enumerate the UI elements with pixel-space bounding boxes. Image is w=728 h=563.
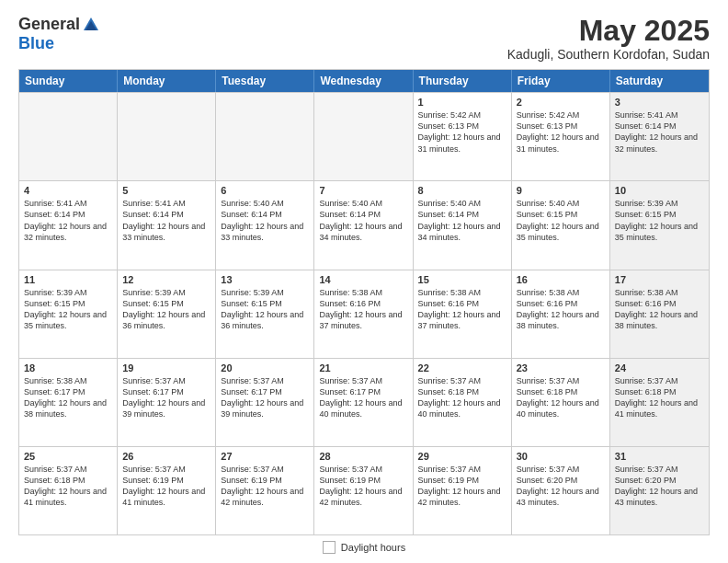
- calendar-cell: [314, 93, 413, 180]
- cell-info: Sunrise: 5:40 AMSunset: 6:14 PMDaylight:…: [418, 198, 506, 243]
- day-number: 27: [221, 451, 309, 462]
- cell-info: Sunrise: 5:38 AMSunset: 6:17 PMDaylight:…: [24, 375, 112, 420]
- calendar-cell: 26Sunrise: 5:37 AMSunset: 6:19 PMDayligh…: [118, 447, 216, 534]
- day-number: 14: [319, 274, 407, 285]
- day-number: 24: [615, 362, 704, 373]
- cell-info: Sunrise: 5:40 AMSunset: 6:14 PMDaylight:…: [319, 198, 407, 243]
- calendar-cell: 2Sunrise: 5:42 AMSunset: 6:13 PMDaylight…: [512, 93, 610, 180]
- calendar: SundayMondayTuesdayWednesdayThursdayFrid…: [18, 69, 710, 535]
- day-number: 5: [122, 185, 210, 196]
- legend-box: [323, 541, 336, 554]
- page: General Blue May 2025 Kadugli, Southern …: [0, 0, 728, 563]
- day-number: 3: [615, 97, 704, 108]
- cal-header-day: Sunday: [19, 70, 118, 92]
- day-number: 17: [615, 274, 704, 285]
- title-block: May 2025 Kadugli, Southern Kordofan, Sud…: [507, 15, 710, 62]
- day-number: 18: [24, 362, 112, 373]
- calendar-cell: 15Sunrise: 5:38 AMSunset: 6:16 PMDayligh…: [414, 270, 512, 358]
- calendar-week-row: 18Sunrise: 5:38 AMSunset: 6:17 PMDayligh…: [19, 358, 709, 446]
- cell-info: Sunrise: 5:37 AMSunset: 6:20 PMDaylight:…: [615, 464, 704, 509]
- day-number: 31: [615, 451, 704, 462]
- cell-info: Sunrise: 5:38 AMSunset: 6:16 PMDaylight:…: [319, 287, 407, 332]
- calendar-cell: 28Sunrise: 5:37 AMSunset: 6:19 PMDayligh…: [314, 447, 413, 534]
- calendar-cell: 12Sunrise: 5:39 AMSunset: 6:15 PMDayligh…: [118, 270, 216, 358]
- calendar-cell: 3Sunrise: 5:41 AMSunset: 6:14 PMDaylight…: [610, 93, 709, 180]
- cal-header-day: Tuesday: [216, 70, 314, 92]
- cell-info: Sunrise: 5:41 AMSunset: 6:14 PMDaylight:…: [615, 109, 704, 155]
- calendar-cell: 30Sunrise: 5:37 AMSunset: 6:20 PMDayligh…: [512, 447, 610, 534]
- calendar-cell: 1Sunrise: 5:42 AMSunset: 6:13 PMDaylight…: [414, 93, 512, 180]
- day-number: 7: [319, 185, 407, 196]
- calendar-cell: 22Sunrise: 5:37 AMSunset: 6:18 PMDayligh…: [414, 359, 512, 446]
- calendar-cell: 19Sunrise: 5:37 AMSunset: 6:17 PMDayligh…: [118, 359, 216, 446]
- day-number: 4: [24, 185, 112, 196]
- calendar-week-row: 25Sunrise: 5:37 AMSunset: 6:18 PMDayligh…: [19, 446, 709, 534]
- calendar-cell: 14Sunrise: 5:38 AMSunset: 6:16 PMDayligh…: [314, 270, 413, 358]
- day-number: 16: [517, 274, 605, 285]
- cell-info: Sunrise: 5:37 AMSunset: 6:18 PMDaylight:…: [418, 375, 506, 420]
- logo-general-text: General: [18, 15, 80, 34]
- cal-header-day: Thursday: [414, 70, 512, 92]
- calendar-header: SundayMondayTuesdayWednesdayThursdayFrid…: [19, 70, 709, 92]
- calendar-cell: 11Sunrise: 5:39 AMSunset: 6:15 PMDayligh…: [19, 270, 118, 358]
- calendar-cell: 25Sunrise: 5:37 AMSunset: 6:18 PMDayligh…: [19, 447, 118, 534]
- cell-info: Sunrise: 5:37 AMSunset: 6:18 PMDaylight:…: [615, 375, 704, 420]
- calendar-cell: 23Sunrise: 5:37 AMSunset: 6:18 PMDayligh…: [512, 359, 610, 446]
- cell-info: Sunrise: 5:37 AMSunset: 6:17 PMDaylight:…: [319, 375, 407, 420]
- cell-info: Sunrise: 5:37 AMSunset: 6:17 PMDaylight:…: [221, 375, 309, 420]
- day-number: 25: [24, 451, 112, 462]
- cell-info: Sunrise: 5:42 AMSunset: 6:13 PMDaylight:…: [418, 109, 506, 155]
- day-number: 29: [418, 451, 506, 462]
- calendar-cell: 6Sunrise: 5:40 AMSunset: 6:14 PMDaylight…: [216, 181, 314, 269]
- calendar-cell: [216, 93, 314, 180]
- calendar-cell: 4Sunrise: 5:41 AMSunset: 6:14 PMDaylight…: [19, 181, 118, 269]
- day-number: 26: [122, 451, 210, 462]
- cell-info: Sunrise: 5:37 AMSunset: 6:20 PMDaylight:…: [517, 464, 605, 509]
- day-number: 9: [517, 185, 605, 196]
- cell-info: Sunrise: 5:39 AMSunset: 6:15 PMDaylight:…: [615, 198, 704, 243]
- day-number: 22: [418, 362, 506, 373]
- day-number: 10: [615, 185, 704, 196]
- calendar-week-row: 11Sunrise: 5:39 AMSunset: 6:15 PMDayligh…: [19, 270, 709, 358]
- calendar-week-row: 4Sunrise: 5:41 AMSunset: 6:14 PMDaylight…: [19, 180, 709, 269]
- calendar-cell: 29Sunrise: 5:37 AMSunset: 6:19 PMDayligh…: [414, 447, 512, 534]
- header: General Blue May 2025 Kadugli, Southern …: [18, 15, 710, 62]
- main-title: May 2025: [507, 15, 710, 47]
- cell-info: Sunrise: 5:39 AMSunset: 6:15 PMDaylight:…: [221, 287, 309, 332]
- logo-blue-text: Blue: [18, 34, 54, 53]
- cal-header-day: Wednesday: [314, 70, 413, 92]
- day-number: 6: [221, 185, 309, 196]
- day-number: 28: [319, 451, 407, 462]
- cal-header-day: Monday: [118, 70, 216, 92]
- calendar-cell: 17Sunrise: 5:38 AMSunset: 6:16 PMDayligh…: [610, 270, 709, 358]
- cell-info: Sunrise: 5:41 AMSunset: 6:14 PMDaylight:…: [122, 198, 210, 243]
- calendar-cell: [19, 93, 118, 180]
- calendar-cell: 24Sunrise: 5:37 AMSunset: 6:18 PMDayligh…: [610, 359, 709, 446]
- cell-info: Sunrise: 5:38 AMSunset: 6:16 PMDaylight:…: [517, 287, 605, 332]
- cell-info: Sunrise: 5:39 AMSunset: 6:15 PMDaylight:…: [122, 287, 210, 332]
- calendar-cell: 5Sunrise: 5:41 AMSunset: 6:14 PMDaylight…: [118, 181, 216, 269]
- calendar-cell: 27Sunrise: 5:37 AMSunset: 6:19 PMDayligh…: [216, 447, 314, 534]
- cell-info: Sunrise: 5:41 AMSunset: 6:14 PMDaylight:…: [24, 198, 112, 243]
- calendar-cell: 21Sunrise: 5:37 AMSunset: 6:17 PMDayligh…: [314, 359, 413, 446]
- day-number: 19: [122, 362, 210, 373]
- calendar-cell: 8Sunrise: 5:40 AMSunset: 6:14 PMDaylight…: [414, 181, 512, 269]
- cell-info: Sunrise: 5:40 AMSunset: 6:15 PMDaylight:…: [517, 198, 605, 243]
- day-number: 1: [418, 97, 506, 108]
- calendar-cell: 20Sunrise: 5:37 AMSunset: 6:17 PMDayligh…: [216, 359, 314, 446]
- legend-label: Daylight hours: [341, 542, 405, 553]
- calendar-cell: 16Sunrise: 5:38 AMSunset: 6:16 PMDayligh…: [512, 270, 610, 358]
- subtitle: Kadugli, Southern Kordofan, Sudan: [507, 47, 710, 62]
- calendar-cell: 9Sunrise: 5:40 AMSunset: 6:15 PMDaylight…: [512, 181, 610, 269]
- cell-info: Sunrise: 5:42 AMSunset: 6:13 PMDaylight:…: [517, 109, 605, 155]
- cell-info: Sunrise: 5:38 AMSunset: 6:16 PMDaylight:…: [615, 287, 704, 332]
- day-number: 8: [418, 185, 506, 196]
- cell-info: Sunrise: 5:37 AMSunset: 6:19 PMDaylight:…: [418, 464, 506, 509]
- logo: General Blue: [18, 15, 100, 53]
- day-number: 11: [24, 274, 112, 285]
- calendar-cell: 18Sunrise: 5:38 AMSunset: 6:17 PMDayligh…: [19, 359, 118, 446]
- cell-info: Sunrise: 5:37 AMSunset: 6:17 PMDaylight:…: [122, 375, 210, 420]
- cal-header-day: Saturday: [610, 70, 709, 92]
- cell-info: Sunrise: 5:39 AMSunset: 6:15 PMDaylight:…: [24, 287, 112, 332]
- calendar-cell: 7Sunrise: 5:40 AMSunset: 6:14 PMDaylight…: [314, 181, 413, 269]
